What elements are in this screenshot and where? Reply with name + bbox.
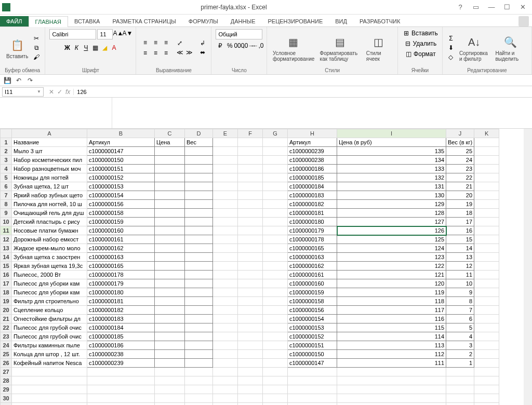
cell-A25[interactable]: Кольца для штор , 12 шт. xyxy=(12,350,87,359)
row-header-13[interactable]: 13 xyxy=(1,244,12,253)
cell-C20[interactable] xyxy=(155,306,185,315)
cell-I25[interactable]: 112 xyxy=(337,350,446,359)
cell-I11[interactable]: 126 xyxy=(337,226,446,235)
cell-J6[interactable]: 21 xyxy=(446,182,474,191)
cell-A5[interactable]: Ножницы для ногтей xyxy=(12,173,87,182)
cell-D13[interactable] xyxy=(185,244,213,253)
cell-A8[interactable]: Пилочка для ногтей, 10 ш xyxy=(12,200,87,209)
cell-G5[interactable] xyxy=(263,173,288,182)
cell-D27[interactable] xyxy=(185,368,213,376)
cell-I12[interactable]: 125 xyxy=(337,235,446,244)
cell-J19[interactable]: 8 xyxy=(446,297,474,306)
cell-B12[interactable]: с1000000161 xyxy=(87,235,155,244)
row-header-15[interactable]: 15 xyxy=(1,262,12,271)
col-header-A[interactable]: A xyxy=(12,129,87,138)
cell-F21[interactable] xyxy=(238,315,263,323)
cell-G11[interactable] xyxy=(263,226,288,235)
cell-C7[interactable] xyxy=(155,191,185,200)
cell-H19[interactable]: с1000000158 xyxy=(288,297,337,306)
cell-C15[interactable] xyxy=(155,262,185,271)
cell-G31[interactable] xyxy=(263,403,288,406)
cell-A1[interactable]: Название xyxy=(12,138,87,147)
row-header-26[interactable]: 26 xyxy=(1,359,12,368)
cell-D18[interactable] xyxy=(185,288,213,297)
cell-I10[interactable]: 127 xyxy=(337,218,446,226)
cell-K15[interactable] xyxy=(474,262,499,271)
grow-font-icon[interactable]: A▲ xyxy=(114,29,122,37)
cell-E20[interactable] xyxy=(213,306,238,315)
cell-J8[interactable]: 19 xyxy=(446,200,474,209)
cell-A3[interactable]: Набор косметических пил xyxy=(12,156,87,165)
cell-E12[interactable] xyxy=(213,235,238,244)
cell-I2[interactable]: 135 xyxy=(337,147,446,156)
cell-C23[interactable] xyxy=(155,332,185,341)
row-header-30[interactable]: 30 xyxy=(1,394,12,403)
cell-D31[interactable] xyxy=(185,403,213,406)
cell-F2[interactable] xyxy=(238,147,263,156)
cell-C29[interactable] xyxy=(155,385,185,394)
cell-K24[interactable] xyxy=(474,341,499,350)
cell-C28[interactable] xyxy=(155,376,185,385)
cell-B13[interactable]: с1000000162 xyxy=(87,244,155,253)
cell-G1[interactable] xyxy=(263,138,288,147)
cell-F22[interactable] xyxy=(238,323,263,332)
cell-E8[interactable] xyxy=(213,200,238,209)
cell-E30[interactable] xyxy=(213,394,238,403)
row-header-19[interactable]: 19 xyxy=(1,297,12,306)
cell-B9[interactable]: с1000000158 xyxy=(87,209,155,218)
cell-E24[interactable] xyxy=(213,341,238,350)
cell-K30[interactable] xyxy=(474,394,499,403)
cell-I8[interactable]: 129 xyxy=(337,200,446,209)
cell-H8[interactable]: с1000000182 xyxy=(288,200,337,209)
cell-G3[interactable] xyxy=(263,156,288,165)
cell-K23[interactable] xyxy=(474,332,499,341)
cell-I4[interactable]: 133 xyxy=(337,165,446,173)
cell-H17[interactable]: с1000000160 xyxy=(288,279,337,288)
cell-H14[interactable]: с1000000163 xyxy=(288,253,337,262)
cell-I9[interactable]: 128 xyxy=(337,209,446,218)
cell-H16[interactable]: с1000000161 xyxy=(288,271,337,279)
cell-A15[interactable]: Яркая зубная щетка 19,3с xyxy=(12,262,87,271)
align-center-icon[interactable]: ≡ xyxy=(151,48,160,58)
cell-A10[interactable]: Детский пластырь с рису xyxy=(12,218,87,226)
cell-C22[interactable] xyxy=(155,323,185,332)
cell-J22[interactable]: 5 xyxy=(446,323,474,332)
cell-K1[interactable] xyxy=(474,138,499,147)
cell-C4[interactable] xyxy=(155,165,185,173)
cell-D14[interactable] xyxy=(185,253,213,262)
cell-G22[interactable] xyxy=(263,323,288,332)
cell-E13[interactable] xyxy=(213,244,238,253)
cell-C18[interactable] xyxy=(155,288,185,297)
cell-J24[interactable]: 3 xyxy=(446,341,474,350)
cell-B10[interactable]: с1000000159 xyxy=(87,218,155,226)
underline-button[interactable]: Ч xyxy=(82,44,90,52)
cell-H10[interactable]: с1000000180 xyxy=(288,218,337,226)
cell-A31[interactable] xyxy=(12,403,87,406)
cell-F16[interactable] xyxy=(238,271,263,279)
select-all[interactable] xyxy=(1,129,12,138)
redo-icon[interactable]: ↷ xyxy=(26,76,34,85)
cell-I21[interactable]: 116 xyxy=(337,315,446,323)
col-header-D[interactable]: D xyxy=(185,129,213,138)
cell-E7[interactable] xyxy=(213,191,238,200)
cell-F11[interactable] xyxy=(238,226,263,235)
align-top-icon[interactable]: ≡ xyxy=(140,38,150,47)
cell-G17[interactable] xyxy=(263,279,288,288)
cell-E9[interactable] xyxy=(213,209,238,218)
cell-G30[interactable] xyxy=(263,394,288,403)
cell-E16[interactable] xyxy=(213,271,238,279)
cell-B8[interactable]: с1000000156 xyxy=(87,200,155,209)
format-cells-button[interactable]: ◫Формат xyxy=(404,50,436,58)
tab-data[interactable]: ДАННЫЕ xyxy=(224,16,262,26)
orientation-icon[interactable]: ⤢ xyxy=(176,39,184,47)
cell-B16[interactable]: с1000000178 xyxy=(87,271,155,279)
row-header-21[interactable]: 21 xyxy=(1,315,12,323)
cell-F24[interactable] xyxy=(238,341,263,350)
save-icon[interactable]: 💾 xyxy=(3,76,11,85)
cell-C12[interactable] xyxy=(155,235,185,244)
cell-I20[interactable]: 117 xyxy=(337,306,446,315)
font-color-button[interactable]: A xyxy=(110,44,118,52)
currency-icon[interactable]: ₽ xyxy=(216,42,224,50)
cell-K13[interactable] xyxy=(474,244,499,253)
row-header-20[interactable]: 20 xyxy=(1,306,12,315)
